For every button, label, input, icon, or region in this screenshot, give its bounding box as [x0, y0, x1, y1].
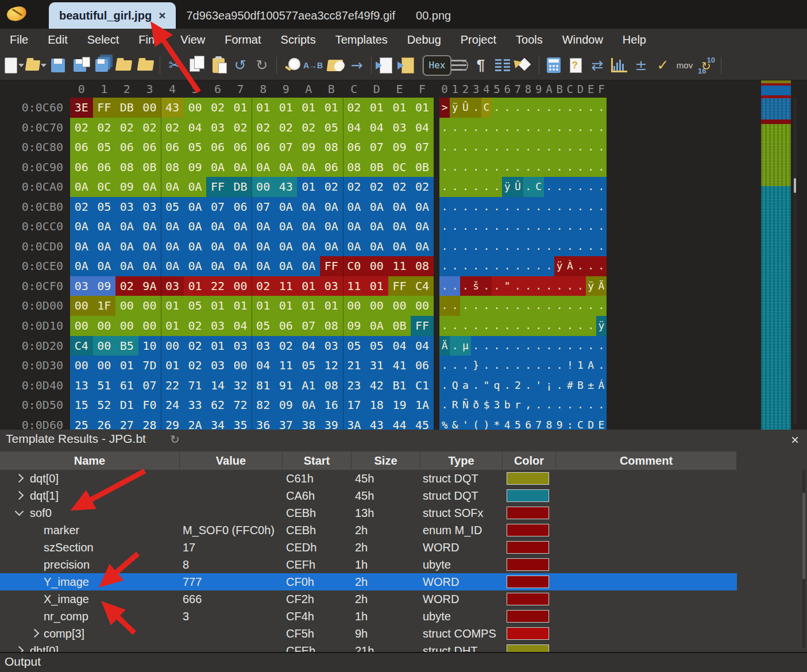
- hex-byte[interactable]: 01: [388, 98, 411, 118]
- menu-file[interactable]: File: [0, 33, 38, 47]
- checksum-button[interactable]: ✓: [652, 54, 673, 77]
- hex-byte[interactable]: 0A: [206, 217, 229, 237]
- hex-byte[interactable]: 0B: [365, 157, 388, 177]
- hex-byte[interactable]: 0A: [229, 256, 252, 276]
- ascii-char[interactable]: .: [439, 296, 450, 316]
- ascii-char[interactable]: .: [596, 157, 607, 177]
- hex-byte[interactable]: 01: [297, 296, 320, 316]
- ascii-char[interactable]: .: [523, 376, 534, 396]
- ascii-char[interactable]: .: [512, 157, 523, 177]
- ascii-char[interactable]: .: [492, 276, 502, 296]
- hex-byte[interactable]: 01: [297, 177, 320, 197]
- ascii-char[interactable]: .: [439, 256, 450, 276]
- template-row-Ximage[interactable]: X_image666CF2h2hWORD: [0, 590, 737, 608]
- show-whitespace-button[interactable]: ¶: [470, 54, 491, 77]
- ascii-char[interactable]: À: [565, 256, 575, 276]
- ascii-char[interactable]: &: [450, 415, 460, 430]
- hex-byte[interactable]: 00: [365, 296, 388, 316]
- hex-byte[interactable]: 0A: [388, 197, 411, 217]
- hex-byte[interactable]: 0A: [411, 237, 434, 257]
- hex-byte[interactable]: 0A: [115, 256, 138, 276]
- ascii-char[interactable]: .: [492, 177, 502, 197]
- menu-find[interactable]: Find: [129, 33, 171, 47]
- ascii-char[interactable]: .: [502, 256, 512, 276]
- ascii-char[interactable]: .: [502, 336, 512, 356]
- ascii-char[interactable]: a: [460, 376, 470, 396]
- ascii-char[interactable]: .: [575, 316, 585, 336]
- ascii-char[interactable]: .: [586, 237, 596, 257]
- ascii-char[interactable]: 9: [554, 415, 565, 430]
- ascii-char[interactable]: R: [450, 395, 460, 415]
- ascii-char[interactable]: Û: [512, 177, 523, 197]
- ascii-char[interactable]: .: [450, 118, 460, 138]
- hex-byte[interactable]: 1F: [93, 296, 116, 316]
- tab-1[interactable]: 7d963ea950df100577aea3cc87ef49f9.gif: [176, 2, 406, 29]
- chevron-right-icon[interactable]: [15, 474, 24, 483]
- hex-byte[interactable]: 04: [229, 316, 252, 336]
- hex-byte[interactable]: B1: [388, 376, 411, 396]
- ascii-char[interactable]: .: [492, 316, 502, 336]
- ascii-char[interactable]: .: [471, 237, 481, 257]
- hex-byte[interactable]: 33: [184, 395, 207, 415]
- chevron-down-icon[interactable]: [41, 64, 47, 67]
- hex-byte[interactable]: 02: [229, 118, 252, 138]
- ascii-char[interactable]: .: [565, 276, 575, 296]
- menu-tools[interactable]: Tools: [506, 33, 553, 47]
- ascii-char[interactable]: .: [534, 217, 544, 237]
- hex-byte[interactable]: 11: [275, 356, 298, 376]
- ascii-char[interactable]: .: [544, 276, 554, 296]
- paste-button[interactable]: [208, 54, 229, 77]
- hex-byte[interactable]: C4: [70, 336, 93, 356]
- ascii-char[interactable]: :: [565, 415, 575, 430]
- ascii-char[interactable]: .: [439, 157, 450, 177]
- color-swatch[interactable]: [507, 489, 549, 502]
- hex-byte[interactable]: 03: [320, 336, 343, 356]
- hex-byte[interactable]: 09: [388, 137, 411, 157]
- ascii-char[interactable]: ': [534, 376, 544, 396]
- hex-byte[interactable]: 3A: [343, 415, 366, 430]
- hex-byte[interactable]: 03: [70, 276, 93, 296]
- save-all-button[interactable]: [91, 54, 112, 77]
- ascii-char[interactable]: .: [450, 356, 460, 376]
- hex-byte[interactable]: 00: [252, 177, 275, 197]
- ascii-char[interactable]: .: [471, 137, 481, 157]
- hex-byte[interactable]: 07: [411, 137, 434, 157]
- hex-byte[interactable]: 02: [184, 336, 207, 356]
- ascii-char[interactable]: .: [450, 256, 460, 276]
- hex-byte[interactable]: 02: [252, 276, 275, 296]
- ascii-char[interactable]: .: [544, 316, 554, 336]
- ascii-char[interactable]: 1: [575, 356, 585, 376]
- hex-byte[interactable]: FF: [206, 177, 229, 197]
- ascii-char[interactable]: .: [534, 256, 544, 276]
- hex-byte[interactable]: 43: [161, 98, 184, 118]
- hex-byte[interactable]: 02: [206, 98, 229, 118]
- hex-byte[interactable]: 08: [411, 256, 434, 276]
- ascii-char[interactable]: .: [439, 197, 450, 217]
- hex-byte[interactable]: 00: [115, 316, 138, 336]
- ascii-char[interactable]: .: [554, 395, 565, 415]
- hex-byte[interactable]: 27: [115, 415, 138, 430]
- ascii-char[interactable]: .: [481, 356, 492, 376]
- ascii-char[interactable]: .: [450, 197, 460, 217]
- ascii-char[interactable]: .: [481, 137, 492, 157]
- ascii-char[interactable]: !: [565, 356, 575, 376]
- ascii-char[interactable]: .: [502, 197, 512, 217]
- ascii-char[interactable]: C: [575, 415, 585, 430]
- hex-byte[interactable]: C4: [411, 276, 434, 296]
- ascii-char[interactable]: .: [565, 217, 575, 237]
- hex-byte[interactable]: 06: [275, 316, 298, 336]
- hex-byte[interactable]: 0A: [411, 197, 434, 217]
- hex-byte[interactable]: 25: [70, 415, 93, 430]
- hex-byte[interactable]: 08: [320, 316, 343, 336]
- tab-close-icon[interactable]: ×: [159, 9, 165, 22]
- column-header-size[interactable]: Size: [352, 451, 420, 470]
- hex-byte[interactable]: 0A: [343, 237, 366, 257]
- open-folder-button[interactable]: [113, 54, 134, 77]
- ascii-char[interactable]: .: [586, 296, 596, 316]
- calculator-button[interactable]: [543, 54, 564, 77]
- hex-byte[interactable]: 35: [229, 415, 252, 430]
- ascii-char[interactable]: D: [586, 415, 596, 430]
- hex-byte[interactable]: 0A: [184, 237, 207, 257]
- ascii-char[interactable]: .: [460, 276, 470, 296]
- ascii-char[interactable]: .: [481, 256, 492, 276]
